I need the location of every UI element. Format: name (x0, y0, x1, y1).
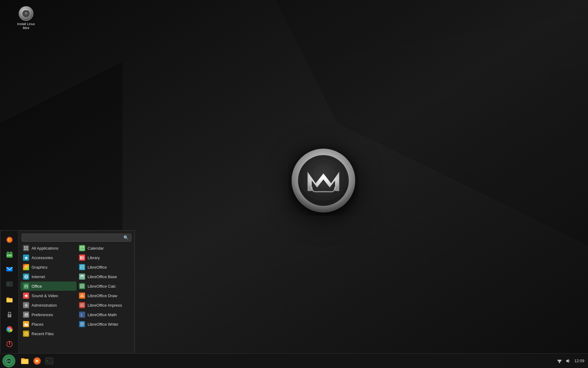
libreoffice-app-label: LibreOffice (88, 265, 107, 270)
svg-point-19 (8, 238, 11, 242)
svg-line-10 (184, 245, 459, 337)
svg-point-84 (81, 295, 83, 297)
sound-video-icon (23, 293, 29, 299)
svg-point-44 (25, 267, 27, 269)
svg-point-12 (298, 155, 349, 206)
category-internet[interactable]: Internet (21, 272, 77, 281)
library-app-label: Library (88, 255, 100, 260)
internet-icon (23, 274, 29, 280)
svg-rect-102 (559, 362, 560, 363)
install-linux-mint-label: Install Linux Mint (14, 22, 38, 30)
taskbar-files[interactable] (19, 355, 31, 367)
svg-rect-38 (26, 246, 28, 248)
svg-rect-70 (81, 256, 82, 259)
sidebar-files[interactable] (3, 293, 16, 307)
svg-point-99 (36, 360, 38, 362)
svg-point-43 (26, 266, 28, 267)
accessories-label: Accessories (32, 255, 53, 260)
svg-rect-21 (6, 252, 13, 254)
app-libreoffice-base[interactable]: LibreOffice Base (77, 272, 133, 281)
lo-writer-label: LibreOffice Writer (88, 322, 119, 327)
taskbar-right: 12:09 (553, 358, 588, 363)
svg-point-34 (9, 328, 10, 330)
svg-point-15 (22, 10, 30, 17)
taskbar-terminal[interactable]: >_ (43, 355, 55, 367)
administration-icon (23, 302, 29, 308)
svg-text:∑: ∑ (81, 313, 82, 316)
calendar-app-icon: 13 (79, 245, 85, 251)
svg-rect-25 (9, 255, 10, 256)
svg-rect-60 (27, 313, 28, 315)
svg-text:>_: >_ (7, 282, 10, 285)
apps-column: 13 Calendar (77, 243, 133, 351)
sidebar-terminal[interactable]: >_ (3, 277, 16, 291)
category-graphics[interactable]: Graphics (21, 263, 77, 272)
sidebar-mail[interactable] (3, 263, 16, 276)
start-menu-button[interactable] (2, 355, 15, 367)
category-recent-files[interactable]: Recent Files (21, 329, 77, 338)
category-all-applications[interactable]: All Applications (21, 243, 77, 253)
taskbar-firefox[interactable] (31, 355, 43, 367)
svg-point-16 (25, 12, 27, 15)
office-icon (23, 283, 29, 289)
recent-files-icon (23, 331, 29, 337)
category-office[interactable]: Office (21, 282, 77, 291)
sidebar-lock[interactable] (3, 308, 16, 321)
app-libreoffice-math[interactable]: ∑ LibreOffice Math (77, 310, 133, 319)
all-applications-icon (23, 245, 29, 251)
app-libreoffice[interactable]: LibreOffice (77, 263, 133, 272)
app-libreoffice-writer[interactable]: LibreOffice Writer (77, 320, 133, 329)
svg-rect-26 (10, 255, 11, 256)
search-box[interactable]: 🔍 (22, 234, 131, 242)
svg-rect-40 (26, 248, 28, 250)
calendar-app-label: Calendar (88, 246, 104, 251)
administration-label: Administration (32, 303, 57, 308)
category-accessories[interactable]: Accessories (21, 253, 77, 262)
menu-sidebar: >_ (0, 231, 19, 353)
search-input[interactable] (24, 236, 123, 240)
menu-search-area: 🔍 (19, 231, 134, 243)
sidebar-chrome[interactable] (3, 323, 16, 336)
app-libreoffice-calc[interactable]: LibreOffice Calc (77, 282, 133, 291)
lo-math-icon: ∑ (79, 312, 85, 318)
svg-rect-22 (8, 251, 8, 253)
network-icon[interactable] (557, 358, 562, 363)
svg-line-4 (61, 138, 123, 184)
svg-rect-59 (24, 314, 27, 314)
search-icon: 🔍 (123, 235, 129, 240)
graphics-icon (23, 264, 29, 270)
lo-calc-label: LibreOffice Calc (88, 284, 116, 289)
svg-line-9 (153, 215, 429, 307)
sidebar-firefox[interactable] (3, 233, 16, 247)
taskbar-left (0, 355, 18, 367)
svg-rect-78 (80, 284, 84, 288)
svg-line-7 (337, 61, 588, 123)
svg-line-2 (0, 61, 123, 123)
svg-point-96 (7, 358, 11, 363)
taskbar: >_ 12:09 (0, 353, 588, 368)
app-calendar[interactable]: 13 Calendar (77, 243, 133, 253)
office-label: Office (32, 284, 42, 289)
category-places[interactable]: Places (21, 320, 77, 329)
categories-column: All Applications Accessories (21, 243, 77, 351)
sidebar-calendar[interactable] (3, 248, 16, 261)
install-icon-image (19, 6, 33, 21)
app-libreoffice-draw[interactable]: LibreOffice Draw (77, 291, 133, 300)
app-library[interactable]: Library (77, 253, 133, 262)
sidebar-power[interactable] (3, 337, 16, 351)
svg-point-42 (24, 266, 26, 267)
lo-impress-label: LibreOffice Impress (88, 303, 122, 308)
svg-rect-104 (557, 360, 562, 361)
category-sound-video[interactable]: Sound & Video (21, 291, 77, 300)
mint-logo (288, 145, 359, 216)
category-administration[interactable]: Administration (21, 301, 77, 310)
lo-calc-icon (79, 283, 85, 289)
install-linux-mint-icon[interactable]: Install Linux Mint (14, 6, 38, 30)
svg-rect-71 (83, 256, 84, 259)
app-libreoffice-impress[interactable]: LibreOffice Impress (77, 301, 133, 310)
volume-icon[interactable] (566, 358, 571, 363)
category-preferences[interactable]: Preferences (21, 310, 77, 319)
svg-line-3 (31, 92, 123, 153)
svg-rect-24 (7, 255, 8, 256)
svg-marker-105 (566, 359, 569, 363)
